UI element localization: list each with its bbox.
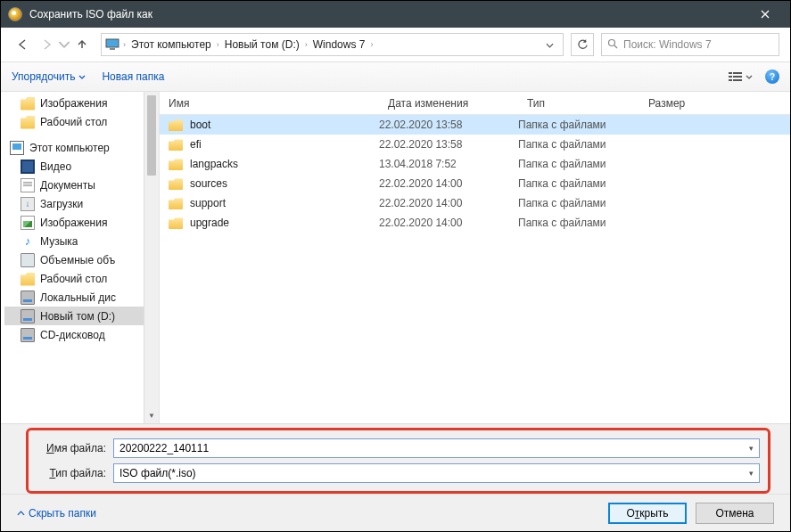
chevron-down-icon [746,75,753,79]
breadcrumb-expand[interactable] [540,40,559,50]
file-name: support [190,197,379,209]
dl-icon [21,197,35,211]
sidebar-item[interactable]: Этот компьютер [4,138,159,157]
column-type[interactable]: Тип [518,97,639,110]
filename-label: Имя файла: [31,442,113,454]
breadcrumb-part[interactable]: Новый том (D:) [219,38,305,51]
new-folder-button[interactable]: Новая папка [102,70,164,83]
sidebar-item[interactable]: Новый том (D:) [4,307,159,325]
file-row[interactable]: langpacks13.04.2018 7:52Папка с файлами [160,154,790,174]
sidebar-item-label: Новый том (D:) [40,310,115,323]
file-row[interactable]: upgrade22.02.2020 14:00Папка с файлами [160,213,790,233]
recent-dropdown[interactable] [58,33,70,56]
file-row[interactable]: efi22.02.2020 13:58Папка с файлами [160,135,790,154]
video-icon [21,160,35,174]
pc-icon [10,141,24,155]
svg-rect-1 [110,48,115,50]
pc-icon [105,38,119,51]
file-type: Папка с файлами [518,197,639,209]
sidebar-item[interactable]: CD-дисковод [4,325,159,344]
close-button[interactable] [747,1,783,28]
sidebar-item[interactable]: Рабочий стол [4,112,159,131]
sidebar-item-label: Загрузки [40,198,83,210]
file-type: Папка с файлами [518,119,639,131]
column-name[interactable]: Имя [160,97,379,110]
column-date[interactable]: Дата изменения [379,97,518,110]
chevron-down-icon: ▾ [749,469,754,478]
svg-rect-0 [106,39,119,47]
drive-icon [21,328,35,342]
filename-input[interactable]: 20200222_140111 ▾ [113,438,760,458]
forward-button[interactable] [35,33,58,56]
sidebar-item[interactable]: Музыка [4,232,159,250]
view-mode-button[interactable] [729,71,753,83]
tree-sidebar[interactable]: ИзображенияРабочий столЭтот компьютерВид… [1,92,160,423]
back-button[interactable] [12,33,35,56]
vol-icon [21,253,35,267]
file-row[interactable]: boot22.02.2020 13:58Папка с файлами [160,115,790,135]
folder-icon [21,96,35,110]
sidebar-scrollbar[interactable]: ▲ ▼ [144,92,159,423]
filetype-select[interactable]: ISO файл(*.iso) ▾ [113,463,760,483]
breadcrumb-part[interactable]: Windows 7 [308,38,371,51]
file-type: Папка с файлами [518,177,639,190]
svg-rect-6 [733,76,742,78]
breadcrumb[interactable]: › Этот компьютер › Новый том (D:) › Wind… [101,33,564,56]
chevron-up-icon [17,511,25,516]
sidebar-item[interactable]: Локальный дис [4,288,159,307]
search-icon [607,38,618,52]
scroll-thumb[interactable] [147,95,156,176]
sidebar-item-label: Документы [40,179,95,192]
sidebar-item-label: Локальный дис [40,291,116,304]
file-date: 22.02.2020 13:58 [379,138,518,151]
column-headers[interactable]: Имя Дата изменения Тип Размер [160,92,790,115]
file-type: Папка с файлами [518,158,639,170]
file-date: 13.04.2018 7:52 [379,158,518,170]
sidebar-item-label: Изображения [40,97,107,110]
sidebar-item-label: Музыка [40,235,78,248]
refresh-button[interactable] [571,33,594,56]
help-icon[interactable]: ? [765,70,779,84]
sidebar-item-label: Изображения [40,217,107,229]
sidebar-item[interactable]: Изображения [4,213,159,232]
file-row[interactable]: sources22.02.2020 14:00Папка с файлами [160,174,790,193]
scroll-down-arrow[interactable]: ▼ [144,408,159,423]
drive-icon [21,309,35,323]
organize-button[interactable]: Упорядочить [12,70,86,83]
file-row[interactable]: support22.02.2020 14:00Папка с файлами [160,193,790,213]
sidebar-item-label: Этот компьютер [29,142,110,154]
open-button[interactable]: Открыть [608,503,687,524]
sidebar-item[interactable]: Загрузки [4,194,159,213]
folder-icon [169,158,183,170]
file-name: upgrade [190,217,379,229]
cancel-button[interactable]: Отмена [696,503,774,524]
sidebar-item[interactable]: Изображения [4,94,159,112]
hide-folders-button[interactable]: Скрыть папки [17,507,96,520]
chevron-right-icon: › [370,40,373,49]
column-size[interactable]: Размер [639,97,790,110]
sidebar-item[interactable]: Объемные объ [4,250,159,269]
music-icon [21,234,35,249]
breadcrumb-part[interactable]: Этот компьютер [126,38,217,51]
file-name: efi [190,138,379,151]
filename-section: Имя файла: 20200222_140111 ▾ Тип файла: … [1,424,790,494]
filetype-label: Тип файла: [31,467,113,479]
toolbar: Упорядочить Новая папка ? [1,61,790,92]
window-title: Сохранить ISO файл как [29,8,747,20]
sidebar-item-label: Рабочий стол [40,273,107,285]
titlebar: Сохранить ISO файл как [1,1,790,28]
search-input[interactable]: Поиск: Windows 7 [601,33,779,56]
sidebar-item[interactable]: Рабочий стол [4,269,159,288]
drive-icon [21,291,35,305]
sidebar-item[interactable]: Документы [4,176,159,194]
file-type: Папка с файлами [518,217,639,229]
chevron-down-icon [78,75,86,79]
folder-icon [21,272,35,286]
sidebar-item[interactable]: Видео [4,157,159,176]
up-button[interactable] [70,33,94,56]
svg-point-2 [609,39,615,45]
svg-rect-5 [729,76,732,78]
sidebar-item-label: Видео [40,160,71,173]
sidebar-item-label: CD-дисковод [40,329,105,341]
dialog-footer: Скрыть папки Открыть Отмена [1,494,790,531]
